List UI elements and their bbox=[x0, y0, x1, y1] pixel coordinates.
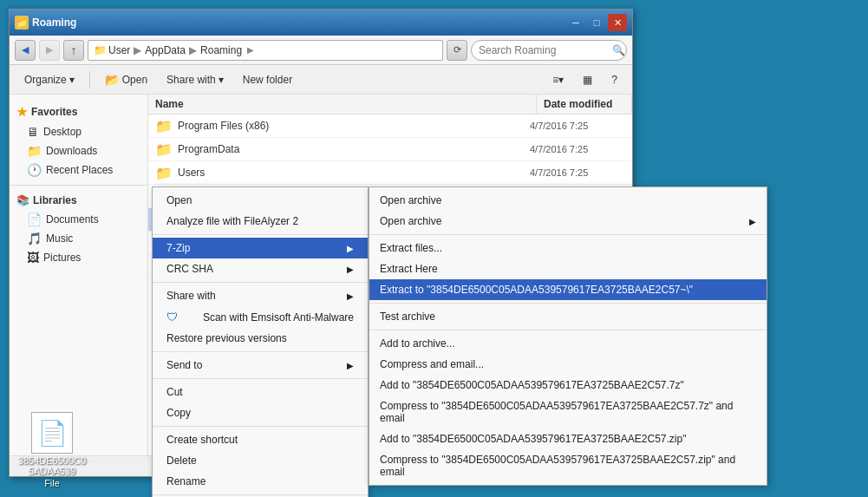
folder-icon: 📁 bbox=[155, 164, 173, 181]
preview-button[interactable]: ▦ bbox=[575, 69, 600, 91]
search-icon: 🔍 bbox=[612, 44, 625, 56]
submenu-extract-to[interactable]: Extract to "3854DE6500C05ADAA539579617EA… bbox=[369, 279, 767, 300]
desktop-file-sublabel: File bbox=[44, 478, 60, 488]
path-sep-2: ▶ bbox=[189, 44, 197, 56]
downloads-icon: 📁 bbox=[27, 144, 42, 158]
help-button[interactable]: ? bbox=[604, 69, 625, 91]
ctx-sep-4 bbox=[153, 378, 368, 379]
maximize-button[interactable]: □ bbox=[587, 14, 606, 31]
ctx-share-with[interactable]: Share with ▶ bbox=[153, 285, 368, 306]
submenu-compress-email[interactable]: Compress and email... bbox=[369, 354, 767, 375]
ctx-sep-6 bbox=[153, 494, 368, 495]
star-icon: ★ bbox=[16, 105, 28, 119]
ctx-rename[interactable]: Rename bbox=[153, 471, 368, 492]
submenu-open-archive-1[interactable]: Open archive bbox=[369, 190, 767, 211]
open-button[interactable]: 📂 Open bbox=[97, 69, 155, 91]
close-button[interactable]: ✕ bbox=[608, 14, 627, 31]
emsi-icon: 🛡 bbox=[166, 311, 180, 324]
ctx-sep-3 bbox=[153, 351, 368, 352]
submenu-extract-files[interactable]: Extract files... bbox=[369, 238, 767, 258]
ctx-open[interactable]: Open bbox=[153, 190, 368, 211]
pictures-icon: 🖼 bbox=[27, 251, 39, 265]
desktop-file-label: 3854DE6500C05ADAA539 bbox=[17, 455, 87, 476]
address-path[interactable]: 📁 User ▶ AppData ▶ Roaming ▶ bbox=[88, 40, 443, 61]
ctx-delete[interactable]: Delete bbox=[153, 450, 368, 471]
organize-button[interactable]: Organize ▾ bbox=[16, 69, 82, 91]
submenu-add-zip[interactable]: Add to "3854DE6500C05ADAA539579617EA3725… bbox=[369, 428, 767, 449]
ctx-cut[interactable]: Cut bbox=[153, 382, 368, 402]
col-header-date[interactable]: Date modified bbox=[537, 95, 632, 114]
window-icon: 📁 bbox=[15, 16, 29, 29]
submenu-7zip: Open archive Open archive ▶ Extract file… bbox=[369, 186, 767, 486]
sidebar-item-downloads[interactable]: 📁 Downloads bbox=[10, 141, 147, 160]
ctx-7zip[interactable]: 7-Zip ▶ bbox=[153, 238, 368, 258]
submenu-add-archive[interactable]: Add to archive... bbox=[369, 333, 767, 354]
ctx-send-to[interactable]: Send to ▶ bbox=[153, 355, 368, 376]
submenu-add-7z[interactable]: Add to "3854DE6500C05ADAA539579617EA3725… bbox=[369, 375, 767, 396]
music-icon: 🎵 bbox=[27, 232, 42, 245]
toolbar-sep-1 bbox=[89, 71, 90, 88]
sidebar-item-music[interactable]: 🎵 Music bbox=[10, 229, 147, 248]
table-row[interactable]: 📁 Program Files (x86) 4/7/2016 7:25 bbox=[148, 114, 632, 138]
sidebar: ★ Favorites 🖥 Desktop 📁 Downloads 🕐 Rece… bbox=[10, 95, 148, 455]
address-bar: ◀ ▶ ↑ 📁 User ▶ AppData ▶ Roaming ▶ ⟳ 🔍 bbox=[10, 36, 632, 65]
path-folder-icon: 📁 bbox=[94, 44, 107, 56]
desktop-file-item[interactable]: 📄 3854DE6500C05ADAA539 File bbox=[17, 412, 87, 488]
ctx-scan-emsi[interactable]: 🛡 Scan with Emsisoft Anti-Malware bbox=[153, 306, 368, 328]
back-button[interactable]: ◀ bbox=[15, 40, 36, 61]
submenu-compress-7z-email[interactable]: Compress to "3854DE6500C05ADAA539579617E… bbox=[369, 396, 767, 428]
forward-button[interactable]: ▶ bbox=[39, 40, 60, 61]
sidebar-item-recent-places[interactable]: 🕐 Recent Places bbox=[10, 160, 147, 180]
ctx-crcsha[interactable]: CRC SHA ▶ bbox=[153, 258, 368, 279]
submenu-extract-here[interactable]: Extract Here bbox=[369, 258, 767, 279]
libraries-icon: 📚 bbox=[16, 194, 29, 206]
path-sep-1: ▶ bbox=[134, 44, 141, 56]
submenu-test-archive[interactable]: Test archive bbox=[369, 306, 767, 327]
ctx-restore[interactable]: Restore previous versions bbox=[153, 328, 368, 349]
ctx-create-shortcut[interactable]: Create shortcut bbox=[153, 429, 368, 450]
ctx-sep-2 bbox=[153, 282, 368, 283]
up-button[interactable]: ↑ bbox=[63, 40, 84, 61]
ctx-sep-1 bbox=[153, 234, 368, 235]
submenu-sep-3 bbox=[369, 330, 767, 330]
open-icon: 📂 bbox=[105, 73, 120, 87]
search-box[interactable]: 🔍 bbox=[471, 40, 627, 61]
title-bar: 📁 Roaming ─ □ ✕ bbox=[10, 10, 632, 36]
sidebar-divider-1 bbox=[10, 185, 147, 186]
path-roaming: Roaming bbox=[200, 44, 242, 56]
desktop-icon: 🖥 bbox=[27, 125, 39, 139]
recent-places-icon: 🕐 bbox=[27, 163, 42, 177]
libraries-section: 📚 Libraries bbox=[10, 191, 147, 210]
file-list-header: Name Date modified bbox=[148, 95, 632, 114]
organize-dropdown-icon: ▾ bbox=[69, 74, 75, 86]
context-menu: Open Analyze file with FileAlyzer 2 7-Zi… bbox=[152, 186, 369, 497]
refresh-button[interactable]: ⟳ bbox=[447, 40, 467, 61]
new-folder-button[interactable]: New folder bbox=[235, 69, 300, 91]
table-row[interactable]: 📁 Users 4/7/2016 7:25 bbox=[148, 161, 632, 185]
table-row[interactable]: 📁 ProgramData 4/7/2016 7:25 bbox=[148, 138, 632, 161]
sidebar-item-desktop[interactable]: 🖥 Desktop bbox=[10, 122, 147, 141]
file-doc-icon: 📄 bbox=[37, 419, 68, 448]
share-with-button[interactable]: Share with ▾ bbox=[159, 69, 232, 91]
sidebar-item-documents[interactable]: 📄 Documents bbox=[10, 210, 147, 229]
ctx-sendto-arrow: ▶ bbox=[347, 361, 354, 370]
views-button[interactable]: ≡▾ bbox=[545, 69, 571, 91]
path-arrow: ▶ bbox=[247, 45, 254, 55]
minimize-button[interactable]: ─ bbox=[566, 14, 585, 31]
sidebar-item-pictures[interactable]: 🖼 Pictures bbox=[10, 248, 147, 267]
ctx-fileanalyzer[interactable]: Analyze file with FileAlyzer 2 bbox=[153, 211, 368, 232]
documents-icon: 📄 bbox=[27, 213, 42, 226]
submenu-open-archive-2[interactable]: Open archive ▶ bbox=[369, 211, 767, 232]
submenu-open-archive-arrow: ▶ bbox=[749, 217, 756, 226]
path-appdata: AppData bbox=[145, 44, 186, 56]
toolbar: Organize ▾ 📂 Open Share with ▾ New folde… bbox=[10, 65, 632, 95]
ctx-copy[interactable]: Copy bbox=[153, 402, 368, 423]
col-header-name[interactable]: Name bbox=[148, 95, 537, 114]
search-input[interactable] bbox=[479, 44, 609, 56]
ctx-7zip-arrow: ▶ bbox=[347, 244, 354, 253]
submenu-sep-2 bbox=[369, 303, 767, 304]
folder-icon: 📁 bbox=[155, 141, 173, 158]
submenu-sep-1 bbox=[369, 234, 767, 235]
submenu-compress-zip-email[interactable]: Compress to "3854DE6500C05ADAA539579617E… bbox=[369, 449, 767, 482]
share-dropdown-icon: ▾ bbox=[219, 74, 224, 86]
